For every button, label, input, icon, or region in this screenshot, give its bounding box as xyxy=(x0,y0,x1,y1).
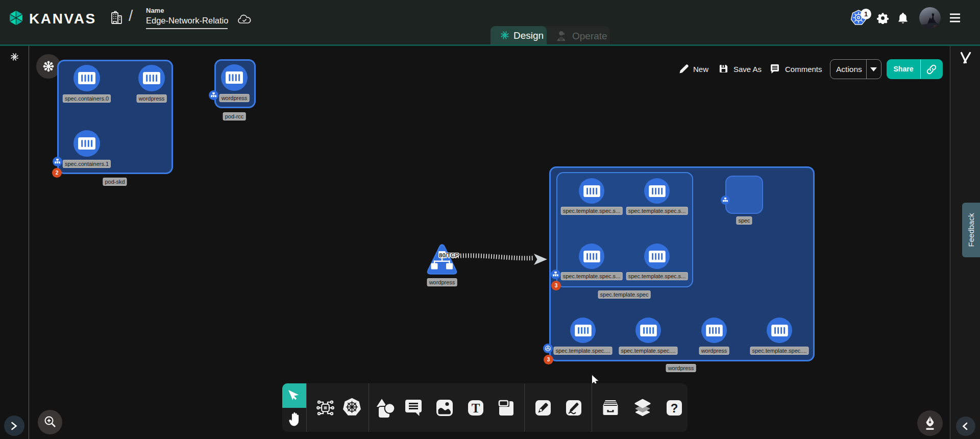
svg-text:T: T xyxy=(472,401,480,415)
svg-text:?: ? xyxy=(671,401,678,415)
